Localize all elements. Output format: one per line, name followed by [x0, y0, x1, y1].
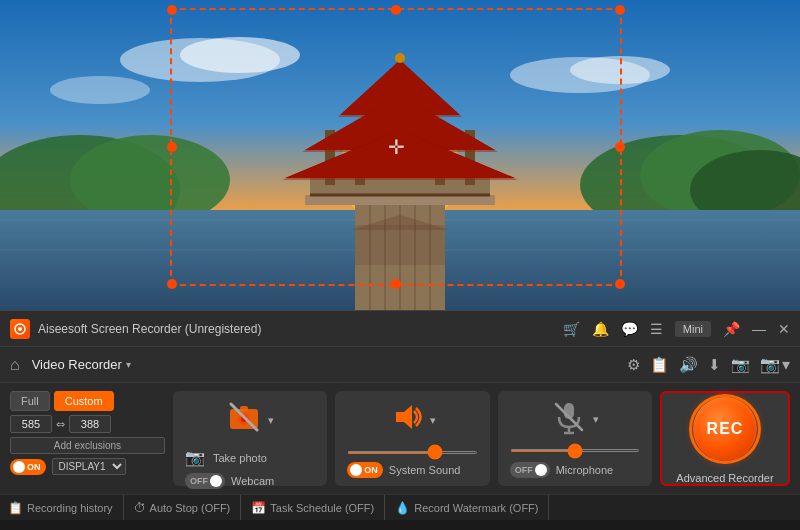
webcam-label: Webcam [231, 475, 274, 487]
advanced-recorder-label[interactable]: Advanced Recorder [676, 472, 773, 484]
mic-slider[interactable] [510, 449, 640, 452]
svg-point-7 [50, 76, 150, 104]
recording-history-label: Recording history [27, 502, 113, 514]
auto-stop-item[interactable]: ⏱ Auto Stop (OFF) [124, 495, 242, 520]
menu-icon[interactable]: ☰ [650, 321, 663, 337]
svg-rect-46 [240, 406, 248, 411]
toolbar-right: ⚙ 📋 🔊 ⬇ 📷 📷 ▾ [627, 355, 790, 374]
watermark-icon: 💧 [395, 501, 410, 515]
webcam-toggle[interactable]: OFF [185, 473, 225, 489]
svg-rect-40 [355, 225, 445, 265]
rec-button[interactable]: REC [693, 397, 757, 461]
pin-icon[interactable]: 📌 [723, 321, 740, 337]
mic-card-top: ▾ [510, 399, 640, 439]
recorder-label: Video Recorder [32, 357, 122, 372]
titlebar-icons: 🛒 🔔 💬 ☰ Mini 📌 — ✕ [563, 321, 790, 337]
camera-button[interactable]: 📷 ▾ [760, 355, 790, 374]
microphone-toggle[interactable]: OFF [510, 462, 550, 478]
close-icon[interactable]: ✕ [778, 321, 790, 337]
settings-icon[interactable]: ⚙ [627, 356, 640, 374]
webcam-dropdown-arrow[interactable]: ▾ [268, 414, 274, 427]
mic-dropdown-arrow[interactable]: ▾ [593, 413, 599, 426]
system-sound-toggle[interactable]: ON [347, 462, 383, 478]
recorder-dropdown-arrow: ▾ [126, 359, 131, 370]
sound-slider[interactable] [347, 451, 477, 454]
sound-card: ▾ ON System Sound [335, 391, 489, 486]
sound-slider-row [347, 451, 477, 454]
sound-dropdown-arrow[interactable]: ▾ [430, 414, 436, 427]
camera-icon: 📷 [760, 355, 780, 374]
download-icon[interactable]: ⬇ [708, 356, 721, 374]
controls-area: Full Custom ⇔ Add exclusions ON DISPLAY1 [0, 382, 800, 494]
resolution-mode-row: Full Custom [10, 391, 165, 411]
full-button[interactable]: Full [10, 391, 50, 411]
volume-icon[interactable]: 🔊 [679, 356, 698, 374]
camera-small-icon: 📷 [185, 448, 205, 467]
minimize-icon[interactable]: — [752, 321, 766, 337]
app-title: Aiseesoft Screen Recorder (Unregistered) [38, 322, 563, 336]
webcam-toggle-row: 📷 Take photo [185, 448, 315, 467]
system-sound-label: System Sound [389, 464, 461, 476]
camera-dropdown-arrow: ▾ [782, 355, 790, 374]
display-select[interactable]: DISPLAY1 [52, 458, 126, 475]
width-input[interactable] [10, 415, 52, 433]
microphone-card: ▾ OFF Microphone [498, 391, 652, 486]
app-logo [10, 319, 30, 339]
preview-area: ✛ [0, 0, 800, 310]
resolution-size-row: ⇔ [10, 415, 165, 433]
take-photo-label: Take photo [213, 452, 267, 464]
record-watermark-item[interactable]: 💧 Record Watermark (OFF) [385, 495, 549, 520]
resolution-panel: Full Custom ⇔ Add exclusions ON DISPLAY1 [10, 391, 165, 486]
rec-outer-ring: REC [689, 394, 761, 464]
task-schedule-label: Task Schedule (OFF) [270, 502, 374, 514]
recorder-selector[interactable]: Video Recorder ▾ [32, 357, 131, 372]
bell-icon[interactable]: 🔔 [592, 321, 609, 337]
clipboard-icon[interactable]: 📋 [650, 356, 669, 374]
rec-panel: REC Advanced Recorder [660, 391, 790, 486]
webcam-status-row: OFF Webcam [185, 473, 315, 489]
svg-point-37 [395, 53, 405, 63]
home-icon[interactable]: ⌂ [10, 356, 20, 374]
mini-button[interactable]: Mini [675, 321, 711, 337]
filmstrip-icon[interactable]: 📷 [731, 356, 750, 374]
record-watermark-label: Record Watermark (OFF) [414, 502, 538, 514]
microphone-icon [551, 399, 587, 439]
titlebar: Aiseesoft Screen Recorder (Unregistered)… [0, 310, 800, 346]
task-schedule-item[interactable]: 📅 Task Schedule (OFF) [241, 495, 385, 520]
display-toggle[interactable]: ON [10, 459, 46, 475]
chat-icon[interactable]: 💬 [621, 321, 638, 337]
sound-toggle-row: ON System Sound [347, 462, 477, 478]
toolbar: ⌂ Video Recorder ▾ ⚙ 📋 🔊 ⬇ 📷 📷 ▾ [0, 346, 800, 382]
cart-icon[interactable]: 🛒 [563, 321, 580, 337]
mic-slider-row [510, 449, 640, 452]
sound-icon [388, 399, 424, 442]
statusbar: 📋 Recording history ⏱ Auto Stop (OFF) 📅 … [0, 494, 800, 520]
webcam-card: ▾ 📷 Take photo OFF Webcam [173, 391, 327, 486]
display-row: ON DISPLAY1 [10, 458, 165, 475]
svg-marker-48 [396, 405, 412, 429]
custom-button[interactable]: Custom [54, 391, 114, 411]
auto-stop-icon: ⏱ [134, 501, 146, 515]
webcam-icon [226, 399, 262, 442]
svg-point-6 [570, 56, 670, 84]
recording-history-item[interactable]: 📋 Recording history [8, 495, 124, 520]
svg-point-4 [180, 37, 300, 73]
task-schedule-icon: 📅 [251, 501, 266, 515]
auto-stop-label: Auto Stop (OFF) [150, 502, 231, 514]
link-icon: ⇔ [56, 418, 65, 431]
microphone-label: Microphone [556, 464, 613, 476]
webcam-card-top: ▾ [185, 399, 315, 442]
mic-toggle-row: OFF Microphone [510, 462, 640, 478]
add-exclusions-button[interactable]: Add exclusions [10, 437, 165, 454]
svg-point-42 [18, 327, 22, 331]
height-input[interactable] [69, 415, 111, 433]
history-icon: 📋 [8, 501, 23, 515]
sound-card-top: ▾ [347, 399, 477, 442]
